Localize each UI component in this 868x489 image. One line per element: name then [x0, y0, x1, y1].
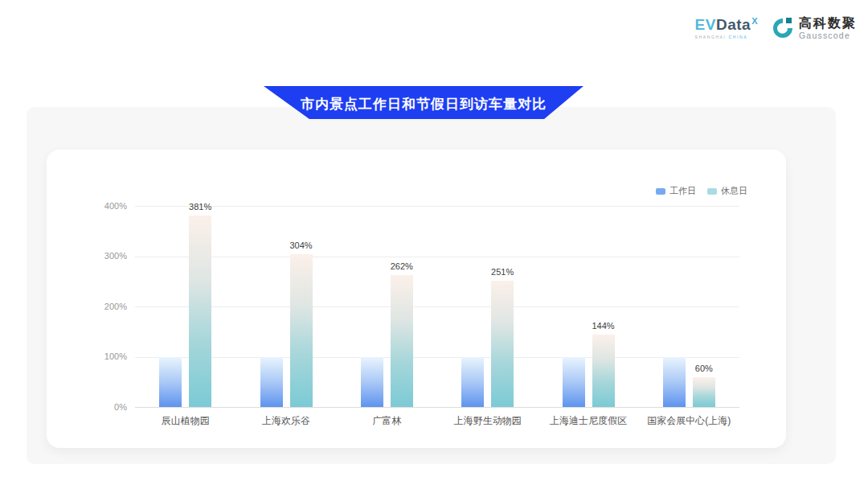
value-label: 251% [478, 267, 526, 277]
value-label: 144% [579, 321, 628, 331]
content-panel: 工作日休息日 0%100%200%300%400%381%辰山植物园304%上海… [27, 107, 836, 464]
chart-card: 工作日休息日 0%100%200%300%400%381%辰山植物园304%上海… [47, 150, 786, 448]
gausscode-en-name: Gausscode [799, 31, 857, 40]
bar-weekday [260, 357, 283, 408]
gausscode-cn-name: 高科数聚 [799, 17, 857, 30]
y-tick-label: 400% [77, 201, 127, 211]
y-tick-label: 100% [77, 351, 127, 361]
bar-weekday [361, 357, 383, 408]
y-tick-label: 300% [77, 251, 127, 261]
value-label: 60% [680, 364, 728, 373]
evdata-subtext: SHANGHAI CHINA [695, 35, 758, 39]
bar-weekday [563, 357, 585, 408]
evdata-data-text: Data [716, 17, 751, 34]
header-logos: EVDataX SHANGHAI CHINA 高科数聚 Gausscode [695, 16, 857, 40]
gridline [135, 357, 739, 358]
value-label: 381% [176, 202, 224, 212]
gridline [135, 206, 739, 207]
gridline [135, 306, 739, 307]
bar-weekday [159, 357, 182, 408]
page: EVDataX SHANGHAI CHINA 高科数聚 Gausscode 市内… [0, 0, 868, 489]
value-label: 262% [378, 261, 426, 271]
gridline [135, 407, 739, 408]
y-tick-label: 200% [77, 302, 127, 311]
evdata-subtext-shanghai: SHANGHAI [695, 35, 727, 39]
bar-restday [693, 377, 715, 408]
bar-restday [391, 275, 413, 407]
evdata-wordmark: EVDataX [695, 17, 758, 32]
bar-weekday [461, 357, 484, 408]
evdata-subtext-china: CHINA [729, 35, 748, 39]
evdata-x-mark: X [751, 16, 758, 26]
gausscode-text: 高科数聚 Gausscode [799, 17, 857, 40]
category-label: 国家会展中心(上海) [628, 414, 749, 428]
y-tick-label: 0% [77, 402, 127, 412]
gausscode-logo: 高科数聚 Gausscode [771, 16, 857, 40]
bar-restday [189, 216, 211, 407]
value-label: 304% [277, 240, 326, 250]
bar-restday [290, 254, 313, 407]
page-title: 市内景点工作日和节假日到访车量对比 [301, 92, 547, 113]
bar-restday [592, 335, 615, 407]
bar-restday [491, 281, 514, 407]
evdata-ev-text: EV [695, 17, 716, 34]
gausscode-g-icon [771, 16, 795, 40]
title-banner: 市内景点工作日和节假日到访车量对比 [264, 86, 583, 119]
bar-chart: 0%100%200%300%400%381%辰山植物园304%上海欢乐谷262%… [47, 150, 786, 448]
gridline [135, 257, 739, 257]
evdata-logo: EVDataX SHANGHAI CHINA [695, 17, 758, 39]
